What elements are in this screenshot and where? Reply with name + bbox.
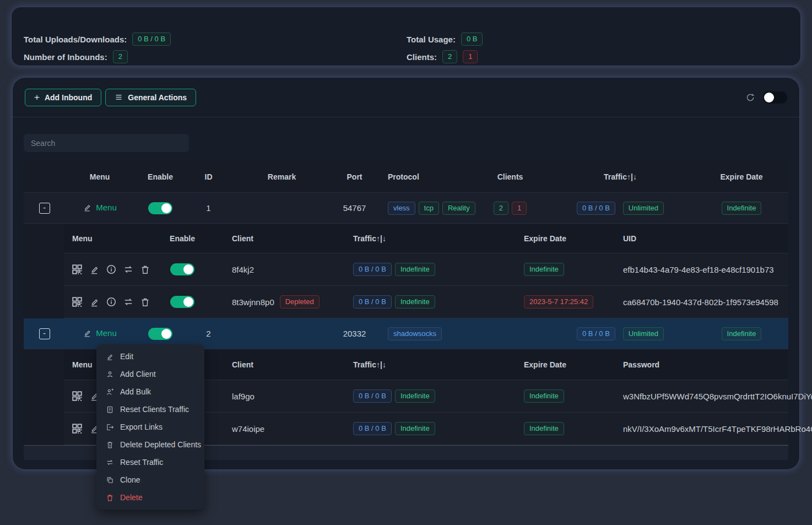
header-traffic-sort[interactable]: Traffic↑|↓ <box>546 172 695 181</box>
client-name: w74ioipe <box>232 424 264 434</box>
stat-uploads-downloads-value: 0 B / 0 B <box>132 33 171 46</box>
c1-header-client: Client <box>207 234 345 243</box>
client-name: 8f4kj2 <box>232 265 254 274</box>
stat-inbounds-count: Number of Inbounds: 2 <box>24 50 128 63</box>
c1-header-menu: Menu <box>64 234 158 243</box>
client-traffic-limit-badge: Indefinite <box>395 422 435 435</box>
reset-traffic-icon[interactable] <box>123 264 134 275</box>
protocol-tag: vless <box>388 202 415 215</box>
client-uid: efb14b43-4a79-4e83-ef18-e48cf1901b73 <box>623 265 774 274</box>
stats-card: Total Uploads/Downloads: 0 B / 0 B Numbe… <box>11 7 801 66</box>
menu-item-reset-clients-traffic[interactable]: Reset Clients Traffic <box>96 400 204 418</box>
collapse-row-button[interactable]: - <box>39 203 50 214</box>
plus-icon: + <box>34 92 40 103</box>
header-protocol: Protocol <box>376 172 474 181</box>
client-expire-badge: Indefinite <box>524 263 564 276</box>
search-input[interactable] <box>24 134 189 152</box>
menu-item-label: Delete <box>120 493 142 502</box>
inbounds-table-header: Menu Enable ID Remark Port Protocol Clie… <box>24 161 788 193</box>
client-expire-badge: Indefinite <box>524 389 564 403</box>
inbound-enable-toggle[interactable] <box>148 328 172 340</box>
c2-header-client: Client <box>207 360 345 369</box>
refresh-icon[interactable] <box>745 93 755 102</box>
header-menu: Menu <box>65 172 134 181</box>
auto-refresh-toggle[interactable] <box>763 91 787 104</box>
client-name: 8t3wjnn8p0 <box>232 297 274 307</box>
hamburger-icon <box>115 93 123 101</box>
client-traffic-badge: 0 B / 0 B <box>353 263 392 276</box>
stat-inbounds-value: 2 <box>113 50 128 63</box>
stat-total-usage-label: Total Usage: <box>407 35 456 44</box>
traffic-badge: 0 B / 0 B <box>577 327 615 340</box>
stat-inbounds-label: Number of Inbounds: <box>24 52 107 62</box>
general-actions-button[interactable]: General Actions <box>105 89 196 106</box>
edit-pencil-icon <box>83 203 92 212</box>
clients-depleted-badge: 1 <box>512 202 527 215</box>
menu-item-add-bulk[interactable]: Add Bulk <box>96 383 204 400</box>
client-row-8f4kj2: 8f4kj2 0 B / 0 B Indefinite Indefinite e… <box>64 253 788 286</box>
menu-item-reset-traffic[interactable]: Reset Traffic <box>96 453 204 471</box>
collapse-row-button[interactable]: - <box>39 328 50 339</box>
add-inbound-label: Add Inbound <box>45 93 92 102</box>
stat-clients-depleted: 1 <box>463 50 478 63</box>
qrcode-icon[interactable] <box>71 423 83 435</box>
edit-pencil-icon[interactable] <box>89 264 100 275</box>
inbounds-page: Total Uploads/Downloads: 0 B / 0 B Numbe… <box>0 0 812 525</box>
trash-icon[interactable] <box>140 264 150 275</box>
security-tag: Reality <box>442 202 475 215</box>
reset-traffic-icon[interactable] <box>123 296 134 307</box>
client-password: nkV/I/3XoAm9v6xMT/T5IcrF4TpeTKF98rHARbRo… <box>623 424 812 434</box>
header-port: Port <box>333 172 376 181</box>
c1-header-traffic-sort[interactable]: Traffic↑|↓ <box>345 234 516 243</box>
menu-item-clone[interactable]: Clone <box>96 471 204 489</box>
inbound-id: 2 <box>186 329 231 338</box>
qrcode-icon[interactable] <box>71 263 83 275</box>
inbound-row-1: - Menu 1 54767 vless tcp <box>24 193 788 224</box>
client-traffic-badge: 0 B / 0 B <box>353 422 392 435</box>
info-icon[interactable] <box>106 296 117 307</box>
header-remark: Remark <box>231 172 333 181</box>
menu-item-delete[interactable]: Delete <box>96 489 204 506</box>
traffic-badge: 0 B / 0 B <box>577 202 615 215</box>
trash-icon[interactable] <box>140 297 150 307</box>
menu-item-add-client[interactable]: Add Client <box>96 365 204 383</box>
c1-header-enable: Enable <box>158 234 207 243</box>
clone-icon <box>106 476 114 484</box>
protocol-tag: shadowsocks <box>388 327 442 340</box>
client-traffic-limit-badge: Indefinite <box>395 389 435 403</box>
row-menu-button[interactable]: Menu <box>65 203 134 212</box>
add-inbound-button[interactable]: + Add Inbound <box>25 89 101 106</box>
reset-traffic-icon <box>106 458 114 467</box>
toolbar: + Add Inbound General Actions <box>13 78 799 117</box>
menu-item-label: Clone <box>120 475 140 484</box>
c2-header-expire: Expire Date <box>516 360 609 369</box>
edit-pencil-icon <box>106 353 114 361</box>
qrcode-icon[interactable] <box>71 296 83 308</box>
menu-item-edit[interactable]: Edit <box>96 348 204 365</box>
stat-uploads-downloads-label: Total Uploads/Downloads: <box>24 35 127 44</box>
menu-item-delete-depleted-clients[interactable]: Delete Depleted Clients <box>96 436 204 453</box>
info-icon[interactable] <box>106 264 117 275</box>
client-enable-toggle[interactable] <box>170 263 194 275</box>
stat-clients-active: 2 <box>442 50 457 63</box>
row-menu-button[interactable]: Menu <box>65 328 134 338</box>
expire-badge: Indefinite <box>722 202 762 215</box>
qrcode-icon[interactable] <box>71 390 83 402</box>
c2-header-traffic-sort[interactable]: Traffic↑|↓ <box>345 360 516 369</box>
menu-item-export-links[interactable]: Export Links <box>96 418 204 436</box>
client-expire-badge: 2023-5-7 17:25:42 <box>524 295 593 308</box>
inbound-enable-toggle[interactable] <box>148 202 172 214</box>
clients-active-badge: 2 <box>494 202 508 215</box>
client-traffic-badge: 0 B / 0 B <box>353 389 392 403</box>
client-enable-toggle[interactable] <box>170 296 194 308</box>
client-uid: ca68470b-1940-437d-802b-1f9573e94598 <box>623 297 778 307</box>
traffic-limit-badge: Unlimited <box>623 327 664 340</box>
client-password: w3NfbzUPf5WWd745Q8pvsmQrdrttT2IO6knuI7Di… <box>623 392 812 401</box>
c1-header-uid: UID <box>609 234 788 243</box>
person-icon <box>106 370 114 378</box>
menu-item-label: Add Client <box>120 370 156 378</box>
client-name: laf9go <box>232 392 255 401</box>
menu-item-label: Edit <box>120 352 133 361</box>
menu-item-label: Delete Depleted Clients <box>120 440 201 449</box>
edit-pencil-icon[interactable] <box>89 297 100 307</box>
